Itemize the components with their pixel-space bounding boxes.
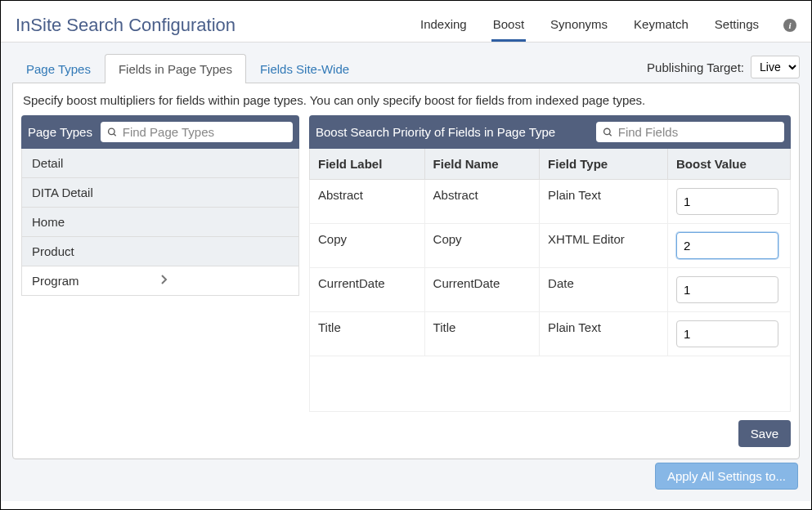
fields-header: Boost Search Priority of Fields in Page … [309, 115, 791, 149]
fields-search-input[interactable] [618, 125, 778, 139]
sub-tabs: Page Types Fields in Page Types Fields S… [12, 54, 800, 83]
cell-boost-value [668, 268, 791, 312]
content-area: Page Types Fields in Page Types Fields S… [1, 42, 811, 501]
page-type-item-home[interactable]: Home [22, 208, 298, 237]
fields-label: Boost Search Priority of Fields in Page … [316, 125, 588, 139]
col-boost-value: Boost Value [668, 149, 791, 180]
col-field-name: Field Name [424, 149, 540, 180]
page-type-item-detail[interactable]: Detail [22, 149, 298, 178]
nav-settings[interactable]: Settings [713, 9, 760, 42]
table-row: CurrentDateCurrentDateDate [310, 268, 791, 312]
svg-line-3 [609, 133, 612, 136]
nav-keymatch[interactable]: Keymatch [632, 9, 690, 42]
top-nav: Indexing Boost Synonyms Keymatch Setting… [419, 9, 796, 42]
fields-table: Field Label Field Name Field Type Boost … [309, 149, 791, 356]
table-empty-space [309, 356, 791, 412]
search-icon [603, 127, 613, 138]
cell-field-type: XHTML Editor [540, 224, 668, 268]
publishing-target-control: Publishing Target: Live [647, 56, 800, 83]
page-types-search-input[interactable] [123, 125, 286, 139]
svg-point-0 [109, 128, 114, 134]
nav-boost[interactable]: Boost [491, 9, 526, 42]
page-types-list: Detail DITA Detail Home Product Program [21, 149, 299, 296]
page-type-item-dita-detail[interactable]: DITA Detail [22, 178, 298, 208]
cell-field-label: CurrentDate [310, 268, 425, 312]
fields-panel: Boost Search Priority of Fields in Page … [309, 115, 791, 447]
cell-boost-value [668, 180, 791, 224]
page-types-label: Page Types [28, 125, 92, 139]
publishing-target-select[interactable]: Live [751, 56, 800, 78]
nav-synonyms[interactable]: Synonyms [549, 9, 609, 42]
svg-point-2 [604, 128, 610, 134]
nav-indexing[interactable]: Indexing [419, 9, 469, 42]
fields-table-body: AbstractAbstractPlain TextCopyCopyXHTML … [310, 180, 791, 356]
cell-field-name: CurrentDate [424, 268, 540, 312]
cell-field-label: Title [310, 312, 425, 356]
cell-field-type: Date [540, 268, 668, 312]
boost-value-input[interactable] [676, 232, 778, 259]
table-row: TitleTitlePlain Text [310, 312, 791, 356]
publishing-target-label: Publishing Target: [647, 60, 744, 74]
page-type-item-product[interactable]: Product [22, 237, 298, 266]
boost-value-input[interactable] [676, 320, 778, 347]
cell-field-name: Abstract [424, 180, 540, 224]
page-types-header: Page Types [21, 115, 299, 149]
table-row: CopyCopyXHTML Editor [310, 224, 791, 268]
cell-field-type: Plain Text [540, 312, 668, 356]
info-icon[interactable]: i [783, 19, 796, 32]
col-field-label: Field Label [310, 149, 425, 180]
page-types-panel: Page Types Detail DITA Detail Home Produ… [21, 115, 299, 447]
app-title: InSite Search Configuration [16, 15, 419, 36]
page-type-item-program[interactable]: Program [22, 266, 298, 295]
panel-description: Specify boost multipliers for fields wit… [21, 92, 791, 115]
chevron-right-icon [160, 274, 289, 288]
page-types-searchbox[interactable] [101, 122, 293, 142]
tab-fields-site-wide[interactable]: Fields Site-Wide [246, 54, 363, 83]
cell-field-type: Plain Text [540, 180, 668, 224]
table-row: AbstractAbstractPlain Text [310, 180, 791, 224]
fields-searchbox[interactable] [596, 122, 784, 142]
col-field-type: Field Type [540, 149, 668, 180]
search-icon [107, 127, 118, 138]
apply-all-settings-button[interactable]: Apply All Settings to... [655, 463, 798, 490]
boost-value-input[interactable] [676, 276, 778, 303]
cell-boost-value [668, 312, 791, 356]
cell-field-label: Copy [310, 224, 425, 268]
tab-page-types[interactable]: Page Types [12, 54, 105, 83]
svg-line-1 [114, 133, 116, 136]
cell-field-name: Title [424, 312, 540, 356]
cell-boost-value [668, 224, 791, 268]
cell-field-name: Copy [424, 224, 540, 268]
table-header-row: Field Label Field Name Field Type Boost … [310, 149, 791, 180]
app-header: InSite Search Configuration Indexing Boo… [1, 1, 811, 42]
save-button[interactable]: Save [738, 420, 791, 447]
tab-fields-in-page-types[interactable]: Fields in Page Types [105, 54, 246, 83]
boost-value-input[interactable] [676, 188, 778, 215]
tab-panel: Specify boost multipliers for fields wit… [12, 83, 800, 459]
cell-field-label: Abstract [310, 180, 425, 224]
